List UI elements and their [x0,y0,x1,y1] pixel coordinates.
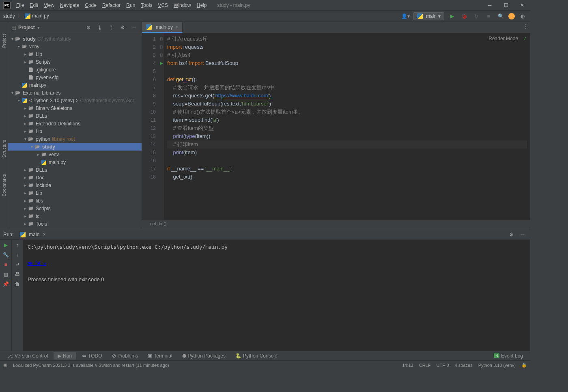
maximize-button[interactable]: ☐ [498,0,514,11]
tree-item[interactable]: ▸DLLs [8,112,142,120]
wrench-icon[interactable]: 🔧 [3,252,9,258]
menu-tools[interactable]: Tools [138,1,155,9]
trash-icon[interactable]: 🗑 [15,281,20,287]
tree-item[interactable]: ▸Tools [8,220,142,228]
tree-item[interactable]: ▾venv [8,43,142,50]
editor[interactable]: Reader Mode ✓ 12345678910111213141516171… [142,33,530,220]
tree-item[interactable]: ▸include [8,181,142,189]
structure-tool-button[interactable]: Structure [2,140,6,158]
tree-item[interactable]: ▸Lib [8,189,142,197]
menu-run[interactable]: Run [124,1,138,9]
select-opened-icon[interactable]: ⊕ [84,23,93,32]
status-indent[interactable]: 4 spaces [455,363,473,368]
bookmarks-tool-button[interactable]: Bookmarks [2,174,6,196]
menu-refactor[interactable]: Refactor [100,1,123,9]
tab-event-log[interactable]: 3 Event Log [490,352,527,360]
tree-item[interactable]: ▾< Python 3.10 (venv) >C:\python\study\v… [8,97,142,104]
tree-item[interactable]: ▸venv [8,151,142,158]
status-line-sep[interactable]: CRLF [419,363,431,368]
wrap-icon[interactable]: ⤶ [15,262,19,267]
debug-button[interactable]: 🐞 [460,12,469,21]
add-user-icon[interactable]: 👤▾ [401,12,410,21]
collapse-all-icon[interactable]: ⭱ [107,23,116,32]
print-icon[interactable]: 🖶 [15,271,20,277]
stop-button[interactable]: ■ [484,12,493,21]
ide-update-icon[interactable]: ◐ [518,12,527,21]
tab-problems[interactable]: ⊘ Problems [108,352,142,360]
tree-item[interactable]: ▸Binary Skeletons [8,104,142,112]
menu-help[interactable]: Help [194,1,209,9]
menu-vcs[interactable]: VCS [155,1,170,9]
tree-item[interactable]: ▸Extended Definitions [8,120,142,127]
layout-icon[interactable]: ▤ [4,271,8,277]
hide-panel-icon[interactable]: ─ [518,230,527,239]
close-icon[interactable]: × [175,24,178,30]
tree-item[interactable]: ▸Lib [8,50,142,58]
rerun-icon[interactable]: ▶ [4,242,8,248]
status-interpreter[interactable]: Python 3.10 (venv) [478,363,516,368]
menu-navigate[interactable]: Navigate [58,1,82,9]
tree-item[interactable]: pyvenv.cfg [8,73,142,81]
tree-item[interactable]: ▸DLLs [8,166,142,174]
tree-item[interactable]: ▸tcl [8,212,142,220]
editor-more-icon[interactable]: ⋮ [521,22,530,31]
main-area: Project Structure Bookmarks ▤ Project ▾ … [0,22,530,229]
console-output[interactable]: C:\python\study\venv\Scripts\python.exe … [23,240,530,351]
tree-item[interactable]: ▾studyC:\python\study [8,35,142,43]
reader-mode-label[interactable]: Reader Mode [488,36,518,41]
tree-item[interactable]: ▾study [8,143,142,151]
tab-python-console[interactable]: 🐍 Python Console [231,352,282,360]
lock-icon[interactable]: 🔒 [521,362,527,368]
tree-item[interactable]: ▸Scripts [8,205,142,212]
tree-item[interactable]: ▸Doc [8,174,142,181]
breadcrumb-file[interactable]: main.py [25,13,49,19]
tab-main-py[interactable]: main.py × [142,22,183,33]
tab-todo[interactable]: ≔ TODO [77,352,106,360]
coverage-button[interactable]: ↻ [472,12,481,21]
tree-item[interactable]: ▸libs [8,197,142,205]
run-tab-main[interactable]: main × [17,231,49,238]
up-arrow-icon[interactable]: ↑ [16,242,19,248]
project-tool-button[interactable]: Project [2,34,6,48]
tab-terminal[interactable]: ▣ Terminal [144,352,176,360]
gear-icon[interactable]: ⚙ [507,230,516,239]
expand-all-icon[interactable]: ⭳ [95,23,104,32]
bottom-tool-tabs: ⎇ Version Control ▶ Run ≔ TODO ⊘ Problem… [0,351,530,360]
minimize-button[interactable]: ─ [482,0,498,11]
inspection-check-icon[interactable]: ✓ [523,36,527,41]
gear-icon[interactable]: ⚙ [118,23,127,32]
status-message[interactable]: Localized PyCharm 2021.3.3 is available … [13,363,169,368]
tree-item[interactable]: main.py [8,81,142,89]
run-config-selector[interactable]: main ▾ [413,12,444,20]
tree-item[interactable]: ▾pythonlibrary root [8,135,142,143]
status-icon[interactable]: ▣ [3,362,7,368]
menu-file[interactable]: File [14,1,26,9]
tab-python-packages[interactable]: ⬢ Python Packages [178,352,230,360]
tree-item[interactable]: main.py [8,158,142,166]
status-encoding[interactable]: UTF-8 [436,363,449,368]
project-tree[interactable]: ▾studyC:\python\study▾venv▸Lib▸Scripts.g… [8,33,142,229]
down-arrow-icon[interactable]: ↓ [16,252,19,258]
stop-icon[interactable]: ■ [4,262,7,267]
tree-item[interactable]: ▸Lib [8,127,142,135]
code-area[interactable]: # 引入requests库import requests# 引入bs4from … [164,33,530,220]
breadcrumb-project[interactable]: study [3,13,15,19]
close-button[interactable]: ✕ [514,0,530,11]
tree-item[interactable]: ▸Scripts [8,58,142,66]
menu-edit[interactable]: Edit [27,1,41,9]
tab-version-control[interactable]: ⎇ Version Control [3,352,52,360]
hide-panel-icon[interactable]: ─ [129,23,138,32]
pin-icon[interactable]: 📌 [3,281,9,287]
menu-code[interactable]: Code [82,1,99,9]
search-icon[interactable]: 🔍 [496,12,505,21]
avatar[interactable] [508,13,515,19]
tree-item[interactable]: ▾External Libraries [8,89,142,97]
tab-run[interactable]: ▶ Run [54,352,76,360]
chevron-down-icon[interactable]: ▾ [37,25,40,30]
tree-item[interactable]: .gitignore [8,66,142,73]
fold-gutter[interactable]: ⊟⊟⊟▶ [159,33,164,220]
menu-window[interactable]: Window [171,1,194,9]
run-button[interactable]: ▶ [448,12,456,21]
editor-breadcrumb[interactable]: get_txt() [142,220,530,229]
menu-view[interactable]: View [41,1,57,9]
